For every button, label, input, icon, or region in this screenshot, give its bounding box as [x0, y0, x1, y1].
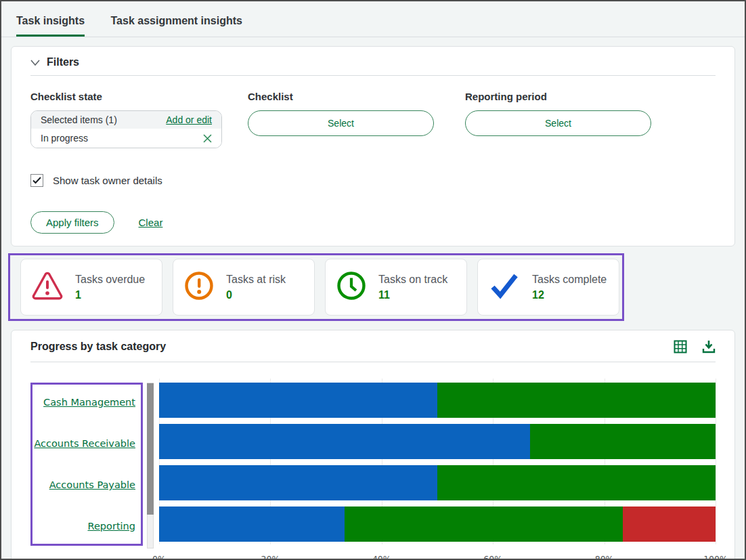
x-axis-tick: 60% — [483, 554, 502, 560]
x-axis-tick: 100% — [703, 554, 728, 560]
category-link-reporting[interactable]: Reporting — [88, 521, 136, 532]
download-icon[interactable] — [702, 340, 716, 353]
stat-label: Tasks on track — [378, 274, 447, 286]
bar-segment-green — [437, 383, 716, 418]
progress-chart-panel: Progress by task category Cash Managemen… — [11, 330, 735, 560]
stat-value: 0 — [226, 289, 286, 301]
x-axis: 0% 20% 40% 60% 80% 100% — [159, 554, 716, 560]
selected-item-label: In progress — [41, 133, 88, 144]
category-link-accounts-payable[interactable]: Accounts Payable — [49, 479, 135, 490]
category-link-accounts-receivable[interactable]: Accounts Receivable — [34, 438, 135, 449]
chart-body: Cash Management Accounts Receivable Acco… — [30, 383, 716, 548]
reporting-period-label: Reporting period — [465, 91, 651, 102]
stat-label: Tasks at risk — [226, 274, 286, 286]
add-or-edit-link[interactable]: Add or edit — [166, 114, 212, 125]
show-task-owner-row: Show task owner details — [30, 174, 716, 187]
filters-panel: Filters Checklist state Selected items (… — [11, 46, 735, 246]
plot-area — [159, 383, 716, 542]
bar-segment-blue — [159, 465, 437, 500]
chart-scrollbar-thumb[interactable] — [147, 383, 154, 515]
gridline — [716, 379, 716, 544]
category-row: Accounts Payable — [35, 467, 135, 502]
category-row: Accounts Receivable — [35, 426, 135, 461]
stat-card-tasks-at-risk: Tasks at risk 0 — [173, 259, 315, 316]
checklist-state-box: Selected items (1) Add or edit In progre… — [30, 110, 222, 148]
stat-value: 1 — [75, 289, 145, 301]
stat-label: Tasks complete — [532, 274, 607, 286]
selected-item-row: In progress — [31, 129, 221, 148]
filters-header[interactable]: Filters — [30, 56, 716, 76]
x-axis-tick: 20% — [261, 554, 280, 560]
bar-row — [159, 424, 716, 459]
stat-value: 11 — [378, 289, 447, 301]
bar-row — [159, 507, 716, 542]
table-view-icon[interactable] — [674, 340, 687, 353]
category-row: Reporting — [35, 509, 135, 544]
bar-segment-green — [437, 465, 716, 500]
checklist-state-label: Checklist state — [30, 91, 222, 102]
filters-title: Filters — [47, 56, 79, 68]
apply-filters-button[interactable]: Apply filters — [30, 211, 114, 234]
show-task-owner-label: Show task owner details — [53, 175, 162, 186]
check-icon — [489, 272, 520, 302]
stat-cards-highlight-box: Tasks overdue 1 Tasks at risk 0 — [8, 253, 624, 321]
tab-bar: Task insights Task assignment insights — [1, 1, 745, 37]
checklist-filter: Checklist Select — [248, 91, 434, 148]
stat-cards-row: Tasks overdue 1 Tasks at risk 0 — [20, 259, 619, 316]
chevron-down-icon[interactable] — [30, 56, 40, 68]
bar-segment-green — [345, 507, 623, 542]
chart-title: Progress by task category — [30, 341, 166, 353]
bar-row — [159, 465, 716, 500]
selected-items-header: Selected items (1) Add or edit — [31, 111, 221, 129]
warning-triangle-icon — [32, 272, 63, 303]
bar-row — [159, 383, 716, 418]
category-row: Cash Management — [35, 385, 135, 420]
stat-value: 12 — [532, 289, 607, 301]
x-axis-tick: 0% — [152, 554, 166, 560]
reporting-period-filter: Reporting period Select — [465, 91, 651, 148]
stat-card-tasks-overdue: Tasks overdue 1 — [20, 259, 162, 316]
selected-items-count: Selected items (1) — [41, 114, 117, 125]
category-labels-highlight-box: Cash Management Accounts Receivable Acco… — [30, 383, 143, 546]
filter-actions: Apply filters Clear — [30, 211, 716, 234]
tab-task-assignment-insights[interactable]: Task assignment insights — [111, 15, 242, 37]
reporting-period-select-button[interactable]: Select — [465, 110, 651, 136]
alert-circle-icon — [184, 271, 214, 303]
bar-segment-blue — [159, 424, 530, 459]
show-task-owner-checkbox[interactable] — [30, 174, 43, 187]
bar-segment-red — [623, 507, 716, 542]
remove-item-icon[interactable] — [203, 134, 212, 143]
checklist-state-filter: Checklist state Selected items (1) Add o… — [30, 91, 222, 148]
stat-label: Tasks overdue — [75, 274, 145, 286]
filter-row: Checklist state Selected items (1) Add o… — [30, 91, 716, 148]
bar-segment-blue — [159, 507, 345, 542]
x-axis-tick: 80% — [595, 554, 614, 560]
category-link-cash-management[interactable]: Cash Management — [43, 397, 135, 408]
bar-segment-blue — [159, 383, 437, 418]
stat-card-tasks-on-track: Tasks on track 11 — [325, 259, 467, 316]
chart-scrollbar — [147, 383, 154, 548]
x-axis-tick: 40% — [372, 554, 391, 560]
clock-icon — [336, 271, 366, 303]
tab-task-insights[interactable]: Task insights — [16, 15, 85, 37]
bar-segment-green — [530, 424, 716, 459]
clear-filters-link[interactable]: Clear — [139, 217, 163, 228]
chart-header: Progress by task category — [30, 340, 716, 362]
checklist-select-button[interactable]: Select — [248, 110, 434, 136]
stat-card-tasks-complete: Tasks complete 12 — [477, 259, 619, 316]
checklist-label: Checklist — [248, 91, 434, 102]
chart-actions — [674, 340, 716, 353]
